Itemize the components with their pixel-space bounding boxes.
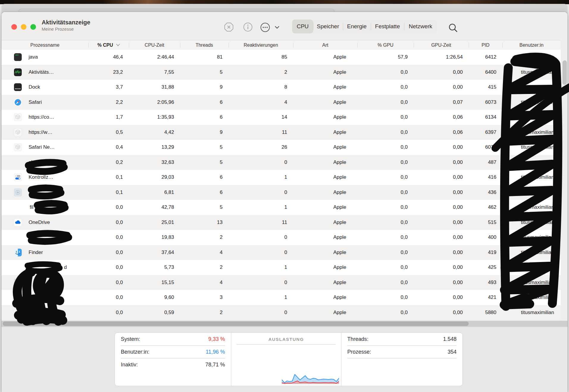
tab-cpu[interactable]: CPU (292, 20, 313, 33)
table-row[interactable]: sh 0,2 32,63 5 0 Apple 0,0 0,00 487 titu… (1, 155, 561, 170)
tab-festplatte[interactable]: Festplatte (371, 20, 404, 33)
process-name-redacted: d (29, 234, 32, 240)
table-row[interactable]: Safari Ne… 0,4 13,29 5 26 Apple 0,0 0,00… (1, 140, 561, 155)
column-header-prozessname[interactable]: Prozessname (1, 40, 88, 50)
process-name: Safari (29, 99, 42, 105)
usage-title: AUSLASTUNG (231, 337, 341, 342)
column-header-art[interactable]: Art (293, 40, 357, 50)
table-row[interactable]: ta… 0,0 9,60 3 1 Apple 0,0 0,00 421 titu… (1, 290, 561, 305)
cpu-load-row: System:9,33 % (121, 333, 225, 346)
minimize-button[interactable] (21, 24, 26, 30)
process-name: OneDrive (29, 219, 50, 225)
horizontal-scrollbar[interactable] (1, 321, 568, 327)
horizontal-scrollbar-thumb[interactable] (3, 322, 469, 326)
extension-cube-icon (14, 309, 22, 316)
process-name-redacted: sh (29, 159, 34, 165)
table-row[interactable]: java 46,4 2:46,44 81 85 Apple 57,9 1:26,… (1, 50, 561, 65)
column-header-pid[interactable]: PID (469, 40, 502, 50)
table-row[interactable]: 0,1 6,81 6 0 Apple 0,0 0,00 436 titusmax… (1, 185, 561, 200)
more-options-icon[interactable] (260, 22, 282, 34)
stat-label: Threads: (347, 336, 368, 342)
onedrive-icon (14, 219, 22, 226)
stat-value: 11,96 % (206, 349, 225, 355)
finder-icon (14, 249, 22, 256)
dock-icon (14, 83, 22, 91)
process-name: https://co… (29, 114, 54, 120)
count-row: Threads:1.548 (347, 333, 457, 346)
table-row[interactable]: Finder 0,0 37,64 4 0 Apple 0,0 0,00 419 … (1, 245, 561, 260)
process-name-redacted: ViewBrid… (29, 310, 54, 316)
table-row[interactable]: Aktivitäts… 23,2 7,55 5 2 Apple 0,0 0,00… (1, 65, 561, 80)
stat-label: Prozesse: (347, 349, 371, 355)
process-name-redacted: fil (29, 204, 33, 210)
stat-value: 354 (448, 349, 457, 355)
stop-process-icon[interactable] (224, 22, 234, 33)
window-subtitle: Meine Prozesse (42, 26, 90, 32)
close-button[interactable] (11, 24, 17, 30)
column-header-cpu-zeit[interactable]: CPU-Zeit (129, 40, 180, 50)
process-name-redacted: d (29, 264, 67, 270)
table-header: Prozessname % CPU CPU-Zeit Threads Reakt… (1, 40, 561, 50)
process-name: java (29, 54, 38, 60)
process-name: Dock (29, 84, 40, 90)
column-header-threads[interactable]: Threads (180, 40, 229, 50)
counts-section: Threads:1.548Prozesse:354 (341, 333, 462, 386)
column-header-gpu[interactable]: % GPU (357, 40, 414, 50)
table-row[interactable]: Kontrollz… 0,1 29,03 6 1 Apple 0,0 0,00 … (1, 170, 561, 185)
activity-monitor-icon (14, 68, 22, 76)
process-name: Safari Ne… (29, 144, 55, 150)
window-title: Aktivitätsanzeige (42, 18, 90, 26)
zoom-button[interactable] (30, 24, 36, 30)
stat-value: 9,33 % (208, 336, 225, 342)
stat-value: 78,71 % (205, 362, 225, 368)
table-row[interactable]: OneDrive 0,0 25,01 13 11 Apple 0,0 0,00 … (1, 215, 561, 230)
extension-cube-icon (14, 143, 22, 151)
cpu-load-section: System:9,33 %Benutzer:in:11,96 %Inaktiv:… (115, 333, 231, 386)
table-row[interactable]: https://w… 0,5 4,42 9 11 Apple 0,0 0,06 … (1, 125, 561, 140)
tab-netzwerk[interactable]: Netzwerk (404, 20, 437, 33)
table-row[interactable]: Dock 3,7 31,88 9 8 Apple 0,0 0,00 415 ti… (1, 80, 561, 95)
table-row[interactable]: … 0,0 15,15 4 0 Apple 0,0 0,00 493 titus… (1, 275, 561, 290)
trackpad-icon (14, 279, 22, 286)
search-icon[interactable] (448, 23, 459, 35)
column-header-cpu[interactable]: % CPU (88, 40, 129, 50)
stat-label: System: (121, 336, 140, 342)
count-row: Prozesse:354 (347, 346, 457, 358)
stat-value: 1.548 (443, 336, 457, 342)
table-row[interactable]: d 0,0 19,83 2 0 Apple 0,0 0,00 400 titus… (1, 230, 561, 245)
stats-panel: System:9,33 %Benutzer:in:11,96 %Inaktiv:… (115, 333, 463, 386)
terminal-icon (14, 53, 22, 61)
process-name-redacted: … (29, 280, 62, 286)
process-name-redacted: ta… (29, 294, 61, 300)
tab-energie[interactable]: Energie (343, 20, 371, 33)
extension-cube-icon (14, 113, 22, 121)
control-center-icon (14, 173, 22, 181)
column-header-reaktivierungen[interactable]: Reaktivierungen (229, 40, 293, 50)
stat-label: Inaktiv: (121, 362, 138, 368)
activity-monitor-window: Aktivitätsanzeige Meine Prozesse CPU Spe… (1, 12, 568, 392)
process-name: Finder (29, 250, 43, 255)
footer-stats-area: System:9,33 %Benutzer:in:11,96 %Inaktiv:… (1, 327, 568, 392)
extension-cube-icon (14, 128, 22, 136)
usage-section: AUSLASTUNG (231, 333, 341, 386)
table-row[interactable]: ViewBrid… 0,0 0,59 2 0 Apple 0,0 0,00 58… (1, 305, 561, 320)
column-header-benutzer[interactable]: Benutzer:in (502, 40, 561, 50)
table-row[interactable]: Safari 2,2 2:05,96 6 4 Apple 0,0 0,07 60… (1, 95, 561, 110)
cpu-usage-chart (282, 367, 339, 385)
table-row[interactable]: https://co… 1,7 1:35,93 6 14 Apple 0,0 0… (1, 110, 561, 125)
trackpad-icon (14, 189, 22, 196)
tab-speicher[interactable]: Speicher (313, 20, 343, 33)
cpu-load-row: Inaktiv:78,71 % (121, 358, 225, 371)
column-header-gpu-zeit[interactable]: GPU-Zeit (414, 40, 469, 50)
desktop-wallpaper-sliver (0, 0, 569, 4)
table-row[interactable]: fil 0,0 42,78 5 1 Apple 0,0 0,00 462 tit… (1, 200, 561, 215)
usage-divider (237, 344, 336, 345)
info-icon[interactable] (243, 22, 253, 33)
table-row[interactable]: d 0,0 5,73 2 1 Apple 0,0 0,00 425 titusm… (1, 260, 561, 275)
process-rows: java 46,4 2:46,44 81 85 Apple 57,9 1:26,… (1, 50, 561, 320)
vertical-scrollbar-thumb[interactable] (562, 60, 567, 85)
cpu-load-row: Benutzer:in:11,96 % (121, 346, 225, 358)
process-name: Kontrollz… (29, 174, 53, 180)
process-name: Aktivitäts… (29, 69, 54, 75)
view-tabs: CPU Speicher Energie Festplatte Netzwerk (292, 20, 437, 33)
